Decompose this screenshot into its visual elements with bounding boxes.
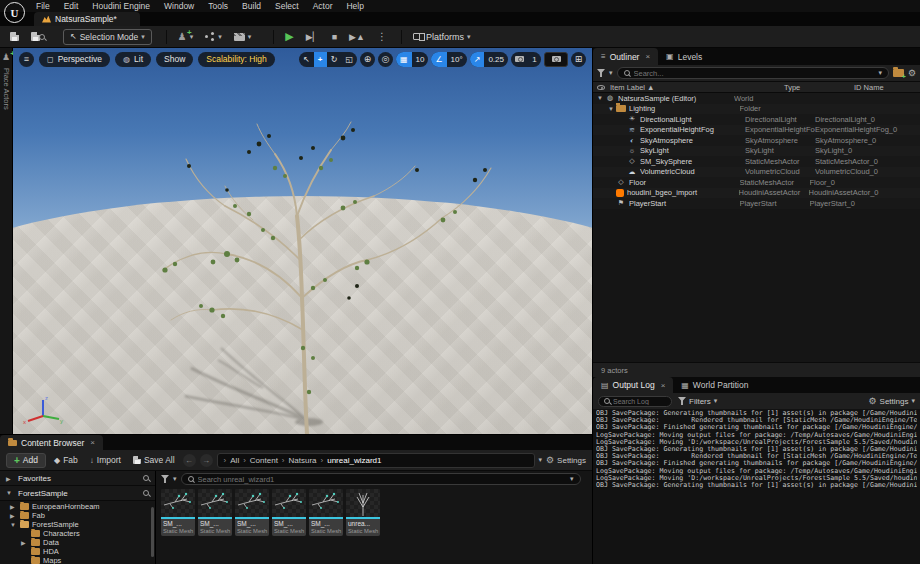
save-all-button[interactable]: Save All <box>129 455 179 465</box>
stop-button[interactable]: ■ <box>326 28 343 46</box>
search-icon[interactable] <box>143 475 149 481</box>
folder-tree-item[interactable]: HDA <box>0 547 155 556</box>
folder-tree-item[interactable]: Maps <box>0 556 155 564</box>
expand-caret-icon[interactable]: ▼ <box>608 106 616 112</box>
asset-tile[interactable]: SM_... Static Mesh <box>235 489 269 536</box>
breadcrumb-chevron-icon[interactable]: ▾ <box>539 456 543 464</box>
tab-world-partition[interactable]: ▦ World Partition <box>673 377 756 393</box>
chevron-down-icon[interactable]: ▾ <box>570 475 574 483</box>
asset-tile[interactable]: SM_... Static Mesh <box>161 489 195 536</box>
outliner-row[interactable]: ▼ Lighting Folder <box>593 104 920 115</box>
tab-output-log[interactable]: ▤ Output Log × <box>593 377 673 393</box>
column-item-label[interactable]: Item Label ▲ <box>610 83 784 92</box>
close-icon[interactable]: × <box>90 438 95 447</box>
breadcrumb-item[interactable]: › Natsura <box>282 456 317 465</box>
expand-caret-icon[interactable]: ▼ <box>10 522 17 528</box>
outliner-row[interactable]: SM_SkySphere StaticMeshActor StaticMeshA… <box>593 156 920 167</box>
fab-button[interactable]: ◆ Fab <box>50 455 82 465</box>
folder-tree-item[interactable]: ▶ Data <box>0 538 155 547</box>
filter-icon[interactable] <box>161 475 169 483</box>
expand-caret-icon[interactable]: ▶ <box>6 475 14 482</box>
level-tab[interactable]: NatsuraSample* <box>34 12 140 26</box>
rotation-snap-toggle[interactable]: ∠ <box>431 52 446 67</box>
lit-dropdown[interactable]: ◍ Lit <box>115 52 151 67</box>
column-id-name[interactable]: ID Name <box>854 83 920 92</box>
scale-snap-toggle[interactable]: ↗ <box>470 52 485 67</box>
expand-caret-icon[interactable]: ▶ <box>21 539 28 546</box>
asset-search-input[interactable] <box>198 475 566 484</box>
outliner-row[interactable]: VolumetricCloud VolumetricCloud Volumetr… <box>593 167 920 178</box>
world-coordinate-button[interactable]: ⊕ <box>360 52 375 67</box>
asset-tile[interactable]: SM_... Static Mesh <box>198 489 232 536</box>
log-settings-dropdown[interactable]: ⚙ Settings ▾ <box>869 396 916 406</box>
grid-snap-value[interactable]: 10 <box>412 52 429 67</box>
outliner-row[interactable]: ▼ NatsuraSample (Editor) World <box>593 93 920 104</box>
surface-snapping-button[interactable]: ◎ <box>378 52 393 67</box>
folder-tree-item[interactable]: Characters <box>0 529 155 538</box>
viewport-menu-button[interactable]: ≡ <box>19 52 34 67</box>
forward-button[interactable]: → <box>200 454 213 467</box>
folder-tree-item[interactable]: ▶ EuropeanHornbeam <box>0 502 155 511</box>
launch-button[interactable]: ▶▲ <box>343 28 371 46</box>
select-tool-button[interactable]: ↖ <box>299 52 314 67</box>
outliner-search-box[interactable]: ▾ <box>617 67 889 79</box>
scale-snap-value[interactable]: 0.25 <box>484 52 508 67</box>
outliner-row[interactable]: ExponentialHeightFog ExponentialHeightFo… <box>593 125 920 136</box>
menu-item[interactable]: Window <box>164 1 194 11</box>
menu-item[interactable]: Edit <box>64 1 79 11</box>
menu-item[interactable]: Build <box>242 1 261 11</box>
expand-caret-icon[interactable]: ▼ <box>6 490 14 496</box>
rotation-snap-value[interactable]: 10° <box>447 52 467 67</box>
project-section[interactable]: ▼ ForestSample <box>0 486 155 501</box>
move-tool-button[interactable]: + <box>314 52 327 67</box>
create-folder-icon[interactable] <box>893 69 904 77</box>
close-icon[interactable]: × <box>661 381 666 390</box>
camera-speed-button[interactable] <box>511 52 528 67</box>
scale-tool-button[interactable]: ◱ <box>341 52 357 67</box>
menu-item[interactable]: Select <box>275 1 299 11</box>
filter-icon[interactable] <box>597 69 605 77</box>
outliner-row[interactable]: DirectionalLight DirectionalLight Direct… <box>593 114 920 125</box>
add-button[interactable]: + Add <box>6 453 46 468</box>
camera-shortcut-button[interactable] <box>544 52 568 67</box>
asset-tile[interactable]: SM_... Static Mesh <box>272 489 306 536</box>
menu-item[interactable]: Houdini Engine <box>92 1 150 11</box>
maximize-viewport-button[interactable]: ⊞ <box>571 52 586 67</box>
frame-skip-button[interactable]: ▶▏ <box>300 28 326 46</box>
selection-mode-dropdown[interactable]: ↖ Selection Mode ▾ <box>63 29 152 45</box>
platforms-dropdown[interactable]: Platforms ▾ <box>407 28 477 46</box>
close-icon[interactable]: × <box>645 52 650 61</box>
menu-item[interactable]: File <box>36 1 50 11</box>
breadcrumb-item[interactable]: › All <box>224 456 240 465</box>
expand-caret-icon[interactable]: ▼ <box>597 95 605 101</box>
save-button[interactable] <box>4 28 25 46</box>
tree-actor[interactable] <box>13 48 592 434</box>
tab-outliner[interactable]: ≡ Outliner × <box>593 48 658 65</box>
camera-speed-value[interactable]: 1 <box>528 52 541 67</box>
level-viewport[interactable]: ≡ ◻ Perspective ◍ Lit Show Scalability: … <box>13 48 592 434</box>
content-browser-button[interactable] <box>25 28 51 46</box>
tab-levels[interactable]: ▣ Levels <box>658 48 710 65</box>
grid-snap-toggle[interactable]: ▦ <box>396 52 412 67</box>
play-button[interactable]: ▶ <box>279 28 299 46</box>
expand-caret-icon[interactable]: ▶ <box>10 503 17 510</box>
filters-dropdown[interactable]: Filters ▾ <box>678 397 717 406</box>
chevron-down-icon[interactable]: ▾ <box>878 69 882 77</box>
import-button[interactable]: ↓ Import <box>86 455 125 465</box>
tab-content-browser[interactable]: Content Browser × <box>0 435 103 450</box>
menu-item[interactable]: Tools <box>208 1 228 11</box>
log-search-input[interactable] <box>613 398 666 405</box>
search-icon[interactable] <box>143 490 149 496</box>
add-actor-dropdown[interactable]: ♟▾ <box>172 28 199 46</box>
cinematics-dropdown[interactable]: ▾ <box>228 28 258 46</box>
breadcrumb-item[interactable]: › unreal_wizard1 <box>321 456 382 465</box>
menu-item[interactable]: Help <box>346 1 363 11</box>
place-actors-strip[interactable]: ♟ Place Actors <box>0 48 13 434</box>
asset-search-box[interactable]: ▾ <box>181 473 581 485</box>
outliner-row[interactable]: SkyLight SkyLight SkyLight_0 <box>593 146 920 157</box>
log-search-box[interactable] <box>598 396 672 407</box>
chevron-down-icon[interactable]: ▾ <box>609 69 613 77</box>
outliner-search-input[interactable] <box>634 69 875 78</box>
asset-tile[interactable]: SM_... Static Mesh <box>309 489 343 536</box>
chevron-down-icon[interactable]: ▾ <box>173 475 177 483</box>
